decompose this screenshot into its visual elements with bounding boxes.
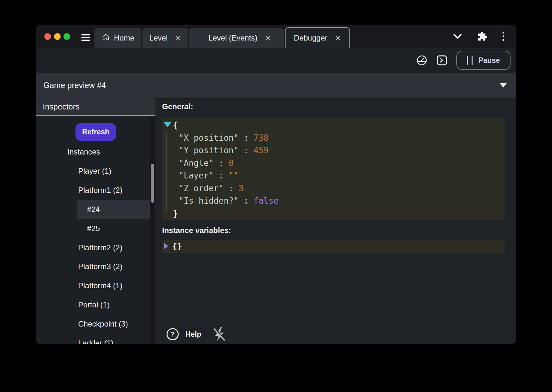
help-label[interactable]: Help (185, 330, 201, 339)
debugger-body: Inspectors Refresh InstancesPlayer (1)Pl… (36, 98, 516, 344)
indent-guide (166, 133, 167, 212)
close-icon[interactable] (335, 35, 341, 41)
pause-icon (467, 56, 473, 65)
tree-item-platform3-2[interactable]: Platform3 (2) (36, 257, 150, 276)
inspectors-tree: Refresh InstancesPlayer (1)Platform1 (2)… (36, 116, 155, 344)
json-key: "Is hidden?" : (179, 196, 254, 206)
game-preview-selector[interactable]: Game preview #4 (36, 73, 516, 98)
pause-button[interactable]: Pause (456, 51, 511, 70)
maximize-window-button[interactable] (63, 33, 70, 40)
topbar-actions (453, 25, 517, 48)
tree-item-platform4-1[interactable]: Platform4 (1) (36, 276, 150, 295)
expander-open-icon[interactable] (164, 122, 171, 127)
tree-item-24[interactable]: #24 (77, 200, 150, 219)
profiler-gauge-icon[interactable] (416, 55, 428, 66)
dropdown-caret-icon[interactable] (500, 83, 507, 87)
general-json-view: {"X position" : 738"Y position" : 459"An… (162, 118, 505, 220)
tab-bar: HomeLevelLevel (Events)Debugger (36, 25, 516, 48)
json-value: "" (229, 171, 239, 180)
pause-label: Pause (478, 56, 500, 65)
json-key: "Y position" : (179, 146, 254, 155)
instance-variables-view: {} (162, 240, 505, 253)
tree-item-label: Platform2 (2) (78, 243, 123, 252)
json-key: "X position" : (179, 133, 254, 143)
tree-item-checkpoint-3[interactable]: Checkpoint (3) (36, 314, 150, 334)
tree-item-label: #25 (87, 224, 100, 233)
close-window-button[interactable] (44, 33, 51, 40)
app-window: HomeLevelLevel (Events)Debugger (36, 25, 516, 344)
tab-label: Level (Events) (208, 34, 257, 42)
close-icon[interactable] (265, 35, 271, 41)
tab-label: Debugger (294, 34, 327, 42)
json-key: "Angle" : (179, 158, 229, 168)
tab-level[interactable]: Level (142, 28, 188, 48)
json-value: 0 (229, 158, 234, 168)
expander-closed-icon[interactable] (164, 243, 168, 250)
help-row: ? Help (167, 326, 227, 342)
tab-label: Level (149, 34, 168, 42)
chevron-down-icon[interactable] (453, 33, 462, 40)
json-value: false (254, 196, 279, 206)
tree-item-platform1-2[interactable]: Platform1 (2) (36, 181, 150, 200)
tree-item-ladder-1[interactable]: Ladder (1) (36, 334, 150, 344)
json-row: "Y position" : 459 (162, 144, 505, 157)
json-key: "Layer" : (179, 171, 229, 180)
menu-icon[interactable] (81, 34, 90, 41)
json-value: 738 (254, 133, 269, 143)
instance-variables-value: {} (172, 242, 182, 251)
json-row: "Angle" : 0 (162, 157, 505, 170)
tab-debugger[interactable]: Debugger (285, 27, 350, 48)
json-row: "X position" : 738 (162, 132, 505, 145)
inspector-detail-panel: General: {"X position" : 738"Y position"… (155, 98, 516, 344)
tree-item-label: #24 (87, 205, 100, 214)
close-icon[interactable] (175, 35, 181, 41)
json-key: "Z order" : (179, 184, 239, 193)
refresh-button[interactable]: Refresh (76, 123, 116, 141)
tree-item-label: Portal (1) (78, 300, 110, 309)
sidebar-scrollbar[interactable] (150, 116, 155, 344)
home-icon (101, 33, 109, 43)
tabs: HomeLevelLevel (Events)Debugger (94, 25, 350, 48)
flash-off-icon[interactable] (212, 326, 227, 342)
help-icon[interactable]: ? (167, 328, 179, 340)
inspectors-sidebar: Inspectors Refresh InstancesPlayer (1)Pl… (36, 98, 155, 344)
tree-item-label: Platform3 (2) (78, 262, 123, 271)
general-section-title: General: (162, 102, 193, 111)
tree-item-platform2-2[interactable]: Platform2 (2) (36, 238, 150, 257)
tree-item-label: Player (1) (78, 167, 111, 176)
json-value: 459 (254, 146, 269, 155)
json-row: "Is hidden?" : false (162, 195, 505, 207)
game-preview-title: Game preview #4 (43, 81, 106, 90)
traffic-lights (44, 33, 70, 40)
tree-item-label: Ladder (1) (78, 339, 114, 344)
scrollbar-thumb[interactable] (151, 164, 154, 203)
tree-item-label: Checkpoint (3) (78, 320, 128, 328)
json-value: 3 (239, 184, 244, 193)
console-icon[interactable] (436, 55, 447, 66)
debugger-toolbar: Pause (36, 48, 516, 73)
tab-home[interactable]: Home (94, 28, 141, 48)
more-options-icon[interactable] (503, 32, 504, 41)
tree-item-label: Platform4 (1) (78, 281, 123, 290)
tab-label: Home (114, 34, 134, 42)
tree-item-portal-1[interactable]: Portal (1) (36, 295, 150, 314)
inspectors-header: Inspectors (36, 98, 155, 116)
tab-level-events[interactable]: Level (Events) (189, 28, 284, 48)
json-row: "Layer" : "" (162, 170, 505, 182)
extensions-puzzle-icon[interactable] (477, 31, 488, 41)
instance-variables-title: Instance variables: (162, 226, 231, 235)
json-row: "Z order" : 3 (162, 182, 505, 195)
tree-item-label: Instances (67, 147, 100, 156)
json-close-brace: } (162, 207, 505, 220)
tree-item-player-1[interactable]: Player (1) (36, 162, 150, 181)
tree-item-label: Platform1 (2) (78, 186, 123, 195)
json-open-brace: { (162, 119, 505, 132)
minimize-window-button[interactable] (54, 33, 61, 40)
tree-item-instances[interactable]: Instances (36, 142, 150, 162)
tree-item-25[interactable]: #25 (36, 219, 150, 238)
